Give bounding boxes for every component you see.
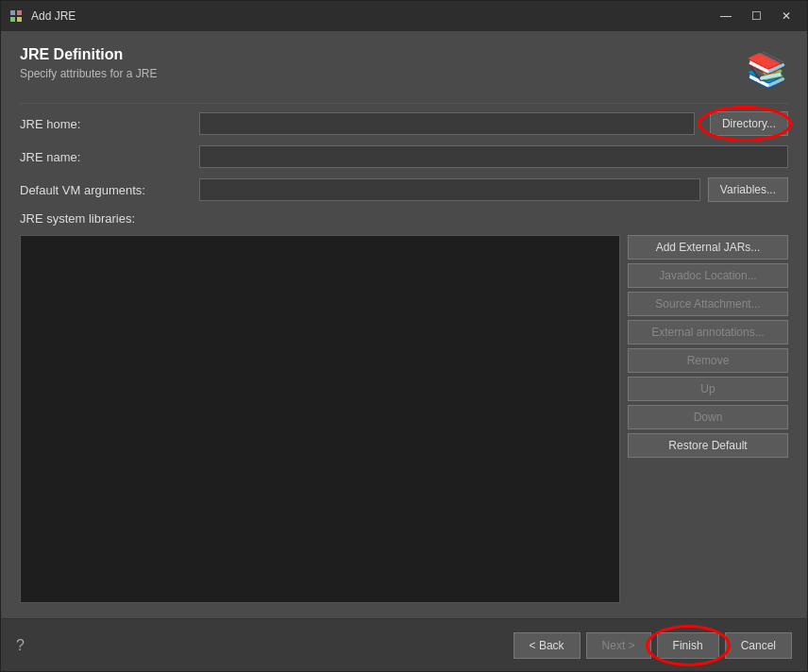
jre-home-row: JRE home: Directory... <box>20 111 788 136</box>
vm-args-row: Default VM arguments: Variables... <box>20 177 788 202</box>
libraries-left <box>20 235 620 603</box>
directory-btn-wrapper: Directory... <box>702 111 788 136</box>
down-button[interactable]: Down <box>628 405 788 429</box>
jre-home-label: JRE home: <box>20 117 199 131</box>
window-icon <box>8 8 24 24</box>
external-annotations-button[interactable]: External annotations... <box>628 320 788 344</box>
libraries-buttons: Add External JARs... Javadoc Location...… <box>628 235 788 603</box>
dialog-header: JRE Definition Specify attributes for a … <box>20 46 157 80</box>
header-separator <box>20 103 788 104</box>
javadoc-location-button[interactable]: Javadoc Location... <box>628 263 788 288</box>
remove-button[interactable]: Remove <box>628 348 788 373</box>
window-controls: — ☐ ✕ <box>713 7 800 25</box>
vm-args-input[interactable] <box>199 178 700 201</box>
dialog-title: JRE Definition <box>20 46 157 63</box>
finish-button[interactable]: Finish <box>657 632 719 659</box>
minimize-button[interactable]: — <box>713 7 739 25</box>
directory-button[interactable]: Directory... <box>710 111 788 136</box>
svg-rect-3 <box>17 17 22 22</box>
finish-button-wrapper: Finish <box>657 632 719 659</box>
form-section: JRE home: Directory... JRE name: Default… <box>20 111 788 211</box>
dialog-subtitle: Specify attributes for a JRE <box>20 67 157 80</box>
libraries-list[interactable] <box>20 235 620 603</box>
jre-name-label: JRE name: <box>20 150 199 164</box>
variables-button[interactable]: Variables... <box>708 177 788 202</box>
restore-default-button[interactable]: Restore Default <box>628 433 788 458</box>
svg-rect-1 <box>17 10 22 15</box>
add-jre-window: Add JRE — ☐ ✕ JRE Definition Specify att… <box>0 0 808 672</box>
content-area: JRE Definition Specify attributes for a … <box>1 31 807 618</box>
up-button[interactable]: Up <box>628 377 788 401</box>
close-button[interactable]: ✕ <box>773 7 800 25</box>
dialog-header-row: JRE Definition Specify attributes for a … <box>20 46 788 95</box>
source-attachment-button[interactable]: Source Attachment... <box>628 292 788 316</box>
jre-icon: 📚 <box>746 50 788 90</box>
svg-rect-0 <box>10 10 15 15</box>
add-external-jars-button[interactable]: Add External JARs... <box>628 235 788 260</box>
cancel-button[interactable]: Cancel <box>725 632 792 659</box>
title-bar: Add JRE — ☐ ✕ <box>1 1 807 31</box>
window-title: Add JRE <box>31 9 705 23</box>
jre-name-input[interactable] <box>199 145 788 168</box>
vm-args-label: Default VM arguments: <box>20 183 199 197</box>
footer: ? < Back Next > Finish Cancel <box>1 618 807 671</box>
svg-rect-2 <box>10 17 15 22</box>
maximize-button[interactable]: ☐ <box>743 7 769 25</box>
footer-buttons: < Back Next > Finish Cancel <box>513 632 792 659</box>
libraries-section: Add External JARs... Javadoc Location...… <box>20 235 788 603</box>
help-icon[interactable]: ? <box>16 637 25 654</box>
back-button[interactable]: < Back <box>513 632 581 659</box>
libraries-label: JRE system libraries: <box>20 211 788 226</box>
jre-name-row: JRE name: <box>20 145 788 168</box>
next-button[interactable]: Next > <box>586 632 651 659</box>
jre-home-input[interactable] <box>199 112 695 135</box>
